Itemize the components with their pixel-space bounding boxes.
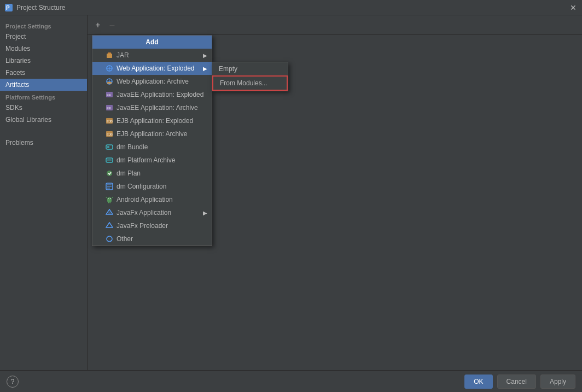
menu-item-dm-platform-archive-label: dm Platform Archive: [117, 156, 175, 164]
window-title: Project Structure: [16, 4, 65, 11]
menu-item-dm-configuration[interactable]: dm Configuration: [92, 180, 212, 193]
menu-item-jar[interactable]: JAR ▶: [92, 49, 212, 62]
svg-rect-6: [107, 82, 112, 84]
menu-item-javaee-archive[interactable]: EE JavaEE Application: Archive: [92, 101, 212, 114]
javaee-archive-icon: EE: [106, 104, 113, 112]
help-button[interactable]: ?: [7, 376, 19, 388]
menu-item-web-app-archive[interactable]: Web Application: Archive: [92, 75, 212, 88]
svg-text:EE: EE: [107, 93, 111, 97]
javafx-arrow: ▶: [203, 210, 207, 216]
menu-item-dm-bundle-label: dm Bundle: [117, 143, 148, 151]
menu-item-javaee-exploded[interactable]: EE JavaEE Application: Exploded: [92, 88, 212, 101]
svg-point-21: [108, 198, 109, 199]
menu-item-javafx-label: JavaFx Application: [117, 209, 171, 217]
svg-rect-18: [107, 159, 112, 161]
other-icon: ...: [106, 235, 113, 243]
menu-item-dm-plan[interactable]: dm Plan: [92, 167, 212, 180]
menu-item-jar-label: JAR: [117, 51, 129, 59]
title-bar: P Project Structure ✕: [0, 0, 582, 15]
sidebar-item-problems[interactable]: Problems: [0, 137, 87, 149]
platform-settings-label: Platform Settings: [0, 91, 87, 102]
dropdown-header: Add: [92, 36, 212, 49]
sidebar: Project Settings Project Modules Librari…: [0, 15, 88, 370]
svg-text:EJB: EJB: [107, 120, 113, 123]
dm-config-icon: [106, 183, 113, 190]
sidebar-item-facets[interactable]: Facets: [0, 67, 87, 79]
svg-line-26: [112, 197, 113, 198]
window-icon: P: [4, 3, 13, 12]
svg-line-25: [106, 197, 107, 198]
svg-rect-24: [110, 202, 111, 203]
menu-item-other[interactable]: ... Other: [92, 232, 212, 245]
add-dropdown: Add JAR ▶ Web Application: Exploded ▶: [92, 35, 212, 246]
dropdown-container: Add JAR ▶ Web Application: Exploded ▶: [92, 35, 212, 246]
android-icon: [106, 196, 113, 203]
ejb-exploded-icon: EJB: [106, 117, 113, 125]
menu-item-android-application[interactable]: Android Application: [92, 193, 212, 206]
svg-text:P: P: [6, 5, 10, 11]
svg-point-22: [110, 198, 111, 199]
dm-bundle-icon: [106, 143, 113, 151]
svg-marker-29: [106, 223, 113, 227]
ejb-archive-icon: EJB: [106, 130, 113, 138]
menu-item-web-exploded-label: Web Application: Exploded: [117, 65, 195, 72]
web-archive-icon: [106, 78, 113, 85]
menu-item-web-archive-label: Web Application: Archive: [117, 78, 189, 85]
content-toolbar: + –: [88, 15, 582, 35]
menu-item-javafx-preloader[interactable]: JavaFx Preloader: [92, 219, 212, 232]
menu-item-javaee-exploded-label: JavaEE Application: Exploded: [117, 91, 203, 98]
menu-item-ejb-exploded[interactable]: EJB EJB Application: Exploded: [92, 114, 212, 127]
svg-text:EJB: EJB: [107, 133, 113, 136]
sidebar-item-modules[interactable]: Modules: [0, 43, 87, 55]
menu-item-ejb-exploded-label: EJB Application: Exploded: [117, 117, 193, 125]
submenu-empty[interactable]: Empty: [212, 62, 288, 75]
add-button[interactable]: +: [92, 19, 104, 31]
project-settings-label: Project Settings: [0, 20, 87, 31]
menu-item-other-label: Other: [117, 235, 133, 243]
sidebar-item-project[interactable]: Project: [0, 31, 87, 43]
menu-item-dm-config-label: dm Configuration: [117, 183, 166, 190]
jar-arrow: ▶: [203, 52, 207, 58]
submenu-from-modules[interactable]: From Modules...: [212, 75, 288, 91]
main-layout: Project Settings Project Modules Librari…: [0, 15, 582, 370]
sidebar-item-sdks[interactable]: SDKs: [0, 102, 87, 114]
sidebar-item-global-libraries[interactable]: Global Libraries: [0, 114, 87, 126]
menu-item-ejb-archive[interactable]: EJB EJB Application: Archive: [92, 127, 212, 141]
sidebar-item-libraries[interactable]: Libraries: [0, 55, 87, 67]
close-button[interactable]: ✕: [569, 3, 578, 12]
menu-item-javaee-archive-label: JavaEE Application: Archive: [117, 104, 198, 112]
menu-item-web-app-exploded[interactable]: Web Application: Exploded ▶ Empty From M…: [92, 62, 212, 75]
bottom-bar: ? OK Cancel Apply: [0, 370, 582, 392]
menu-item-ejb-archive-label: EJB Application: Archive: [117, 130, 187, 138]
menu-item-android-label: Android Application: [117, 196, 173, 203]
content-area: + – Add JAR ▶: [88, 15, 582, 370]
jar-icon: [106, 51, 113, 59]
menu-item-dm-platform-archive[interactable]: dm Platform Archive: [92, 154, 212, 167]
dm-platform-icon: [106, 156, 113, 164]
cancel-button[interactable]: Cancel: [497, 375, 536, 389]
ok-button[interactable]: OK: [464, 375, 492, 389]
svg-rect-3: [108, 52, 111, 54]
svg-rect-2: [107, 54, 112, 58]
apply-button[interactable]: Apply: [540, 375, 575, 389]
sidebar-item-artifacts[interactable]: Artifacts: [0, 79, 87, 91]
javafx-preloader-icon: [106, 222, 113, 230]
dm-plan-icon: [106, 169, 113, 177]
menu-item-dm-bundle[interactable]: dm Bundle: [92, 141, 212, 154]
remove-button[interactable]: –: [106, 19, 118, 31]
svg-text:...: ...: [108, 237, 112, 242]
svg-text:EE: EE: [107, 107, 111, 110]
web-exploded-arrow: ▶: [203, 66, 207, 72]
javaee-exploded-icon: EE: [106, 91, 113, 98]
menu-item-javafx-application[interactable]: JavaFx Application ▶: [92, 206, 212, 219]
menu-item-javafx-preloader-label: JavaFx Preloader: [117, 222, 168, 230]
svg-rect-16: [107, 146, 109, 148]
svg-rect-23: [108, 202, 109, 203]
javafx-icon: [106, 209, 113, 217]
svg-point-19: [107, 171, 112, 176]
web-exploded-submenu: Empty From Modules...: [212, 62, 288, 91]
web-exploded-icon: [106, 65, 113, 72]
menu-item-dm-plan-label: dm Plan: [117, 169, 141, 177]
